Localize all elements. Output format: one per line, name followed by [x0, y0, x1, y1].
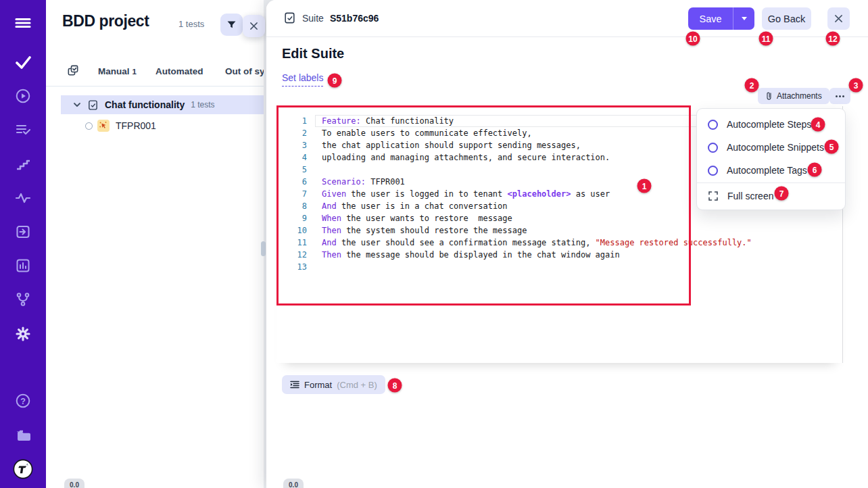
drawer-close-button[interactable] — [827, 7, 850, 30]
line-number: 1 — [276, 115, 307, 127]
chevron-down-icon — [742, 17, 747, 20]
suite-test-count: 1 tests — [191, 100, 214, 109]
line-code — [315, 261, 842, 273]
editor-line[interactable]: 13 — [276, 261, 842, 273]
line-number: 6 — [276, 176, 307, 188]
line-number: 13 — [276, 261, 307, 273]
app-root: { "colors": { "sidebar_purple": "#4A0EB5… — [0, 0, 868, 488]
icon-rail: ? — [0, 0, 46, 488]
line-code: Then the message should be displayed in … — [315, 249, 842, 261]
select-all-icon[interactable] — [66, 64, 80, 77]
go-back-button[interactable]: Go Back — [762, 7, 811, 30]
line-number: 7 — [276, 188, 307, 200]
format-shortcut: (Cmd + B) — [337, 380, 377, 390]
editor-line[interactable]: 12Then the message should be displayed i… — [276, 249, 842, 261]
format-button[interactable]: Format (Cmd + B) — [282, 375, 385, 394]
line-number: 2 — [276, 127, 307, 139]
help-icon[interactable]: ? — [0, 393, 46, 409]
cutoff-pill[interactable]: 0.0 — [64, 479, 85, 488]
close-icon — [834, 14, 843, 23]
tests-icon[interactable] — [0, 54, 46, 70]
chevron-down-icon[interactable] — [73, 101, 81, 109]
line-code: Then the system should restore the messa… — [315, 224, 842, 237]
editor-line[interactable]: 10Then the system should restore the mes… — [276, 224, 842, 237]
line-code: When the user wants to restore message — [315, 212, 842, 224]
line-number: 9 — [276, 212, 307, 224]
branch-icon[interactable] — [0, 291, 46, 308]
project-panel: BDD project 1 tests Manual1 Automated Ou… — [46, 0, 264, 488]
editor-line[interactable]: 11And the user should see a confirmation… — [276, 237, 842, 249]
tab-out-of-sync[interactable]: Out of sy — [225, 66, 264, 76]
project-title: BDD project — [62, 12, 149, 30]
set-labels-link[interactable]: Set labels — [282, 72, 323, 87]
suite-entity-label: Suite — [302, 13, 324, 24]
tab-manual-count: 1 — [132, 68, 137, 76]
app-logo[interactable] — [0, 459, 46, 479]
line-number: 5 — [276, 164, 307, 176]
menu-item-full-screen[interactable]: Full screen — [697, 184, 845, 208]
tab-automated[interactable]: Automated — [155, 66, 203, 76]
project-test-count: 1 tests — [178, 19, 204, 29]
menu-item-autocomplete-steps[interactable]: Autocomplete Steps — [697, 113, 845, 136]
plans-icon[interactable] — [0, 122, 46, 138]
fullscreen-icon — [708, 191, 719, 201]
manual-test-icon — [97, 120, 110, 132]
menu-item-autocomplete-tags[interactable]: Autocomplete Tags — [697, 159, 845, 182]
save-dropdown-toggle[interactable] — [733, 7, 754, 30]
format-indent-icon — [290, 380, 299, 389]
attachments-button[interactable]: Attachments — [758, 88, 829, 104]
menu-item-autocomplete-snippets[interactable]: Autocomplete Snippets — [697, 136, 845, 159]
panel-tabs: Manual1 Automated Out of sy — [46, 57, 264, 87]
context-menu: Autocomplete Steps Autocomplete Snippets… — [696, 108, 846, 210]
line-number: 4 — [276, 151, 307, 164]
paperclip-icon — [765, 91, 773, 101]
radio-icon — [708, 143, 718, 153]
radio-icon — [708, 166, 718, 176]
line-number: 10 — [276, 224, 307, 237]
suite-doc-icon — [87, 99, 99, 111]
suite-breadcrumb: Suite S51b76c96 — [283, 11, 379, 24]
settings-gear-icon[interactable] — [0, 326, 46, 342]
steps-icon[interactable] — [0, 156, 46, 172]
pulse-icon[interactable] — [0, 190, 46, 206]
radio-icon — [708, 120, 718, 130]
import-icon[interactable] — [0, 224, 46, 240]
save-button[interactable]: Save — [688, 7, 754, 30]
tree-row-test[interactable]: TFPR001 — [61, 116, 264, 135]
filter-button[interactable] — [220, 14, 243, 36]
line-number: 3 — [276, 139, 307, 151]
tree-row-suite[interactable]: Chat functionality 1 tests — [61, 95, 264, 114]
funnel-icon — [226, 19, 237, 30]
editor-line[interactable]: 9When the user wants to restore message — [276, 212, 842, 224]
svg-text:?: ? — [20, 397, 26, 406]
menu-divider — [697, 182, 845, 183]
line-number: 12 — [276, 249, 307, 261]
line-number: 8 — [276, 200, 307, 212]
edit-suite-drawer: Suite S51b76c96 Save Go Back Edit Suite … — [266, 0, 868, 488]
cutoff-pill[interactable]: 0.0 — [283, 479, 304, 488]
panel-scrollbar-thumb[interactable] — [261, 241, 266, 256]
files-icon[interactable] — [0, 427, 46, 443]
runs-icon[interactable] — [0, 88, 46, 104]
line-code: And the user should see a confirmation m… — [315, 237, 842, 249]
close-icon — [249, 22, 258, 30]
test-name: TFPR001 — [116, 120, 156, 131]
suite-name: Chat functionality — [105, 99, 185, 110]
tab-manual[interactable]: Manual1 — [98, 66, 137, 76]
test-select-radio[interactable] — [85, 122, 93, 130]
menu-icon[interactable] — [0, 15, 46, 31]
drawer-topbar: Suite S51b76c96 Save Go Back — [266, 0, 868, 37]
reports-icon[interactable] — [0, 258, 46, 274]
line-number: 11 — [276, 237, 307, 249]
suite-id: S51b76c96 — [330, 13, 379, 24]
suite-doc-icon — [283, 11, 296, 24]
more-options-button[interactable] — [829, 88, 850, 104]
page-title: Edit Suite — [282, 46, 344, 62]
panel-close-button[interactable] — [243, 15, 265, 37]
